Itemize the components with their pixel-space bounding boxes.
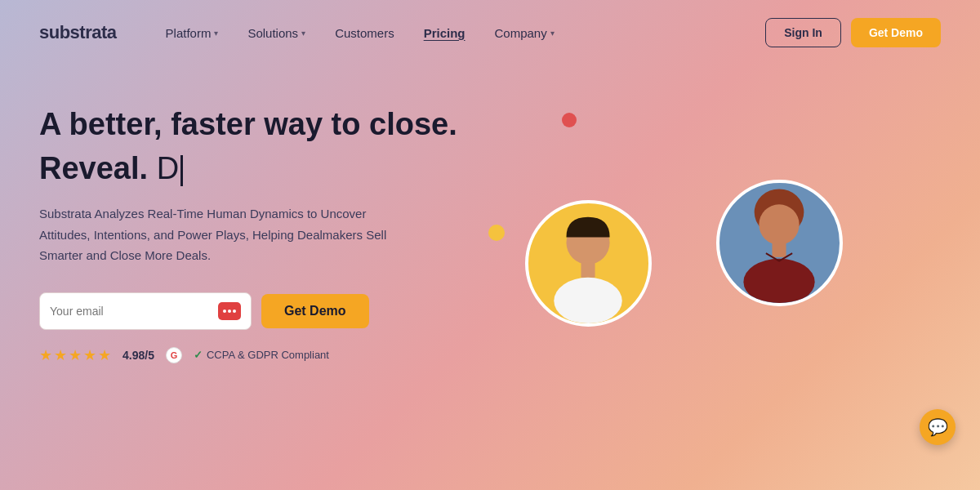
avatar-2 xyxy=(716,180,843,306)
nav-item-platform[interactable]: Platform ▾ xyxy=(166,26,219,40)
chevron-down-icon: ▾ xyxy=(214,29,218,38)
compliance-label: CCPA & GDPR Compliant xyxy=(207,349,329,361)
nav-actions: Sign In Get Demo xyxy=(765,18,941,47)
star-5: ★ xyxy=(98,346,111,364)
social-proof: ★ ★ ★ ★ ★ 4.98/5 G ✓ CCPA & GDPR Complia… xyxy=(39,346,464,364)
svg-rect-1 xyxy=(581,262,595,278)
star-1: ★ xyxy=(39,346,52,364)
person2-svg xyxy=(719,180,840,303)
hero-right-visual xyxy=(464,82,941,457)
svg-point-2 xyxy=(554,278,621,323)
dots-icon xyxy=(218,302,241,320)
star-2: ★ xyxy=(54,346,67,364)
hero-left: A better, faster way to close. Reveal. D… xyxy=(39,82,464,457)
decorative-dot-red xyxy=(562,113,577,127)
email-input[interactable] xyxy=(50,305,218,318)
headline-typed: D xyxy=(157,151,179,185)
compliance-text: ✓ CCPA & GDPR Compliant xyxy=(194,349,329,361)
nav-item-company[interactable]: Company ▾ xyxy=(495,26,555,40)
dot2 xyxy=(228,310,231,313)
email-input-wrapper xyxy=(39,292,252,330)
avatar-1 xyxy=(525,200,652,327)
cursor-blink-icon xyxy=(180,155,183,186)
star-4: ★ xyxy=(83,346,96,364)
star-3: ★ xyxy=(69,346,82,364)
chat-widget-button[interactable]: 💬 xyxy=(920,409,956,445)
signin-button[interactable]: Sign In xyxy=(765,18,841,47)
headline-line2: Reveal. D xyxy=(39,150,464,188)
dot1 xyxy=(223,310,226,313)
g-badge: G xyxy=(166,347,182,363)
email-cta-row: Get Demo xyxy=(39,292,464,330)
hero-description: Substrata Analyzes Real-Time Human Dynam… xyxy=(39,203,399,266)
nav-item-pricing[interactable]: Pricing xyxy=(424,26,466,40)
decorative-dot-yellow xyxy=(488,225,505,241)
dot3 xyxy=(233,310,236,313)
nav-links: Platform ▾ Solutions ▾ Customers Pricing… xyxy=(166,26,766,40)
svg-point-6 xyxy=(743,259,814,303)
navbar: substrata Platform ▾ Solutions ▾ Custome… xyxy=(0,0,980,65)
chevron-down-icon: ▾ xyxy=(550,29,555,38)
get-demo-nav-button[interactable]: Get Demo xyxy=(851,18,941,47)
get-demo-hero-button[interactable]: Get Demo xyxy=(261,294,369,328)
svg-rect-5 xyxy=(772,243,786,257)
person1-svg xyxy=(528,200,648,323)
headline-line1: A better, faster way to close. xyxy=(39,106,464,144)
nav-item-solutions[interactable]: Solutions ▾ xyxy=(247,26,305,40)
svg-point-4 xyxy=(759,204,799,244)
check-icon: ✓ xyxy=(194,349,203,361)
main-content: A better, faster way to close. Reveal. D… xyxy=(0,65,980,457)
logo: substrata xyxy=(39,22,117,43)
star-rating: ★ ★ ★ ★ ★ xyxy=(39,346,111,364)
headline-reveal: Reveal. xyxy=(39,151,148,185)
rating-text: 4.98/5 xyxy=(122,349,154,362)
chat-icon: 💬 xyxy=(928,417,948,437)
nav-item-customers[interactable]: Customers xyxy=(335,26,394,40)
chevron-down-icon: ▾ xyxy=(301,29,305,38)
